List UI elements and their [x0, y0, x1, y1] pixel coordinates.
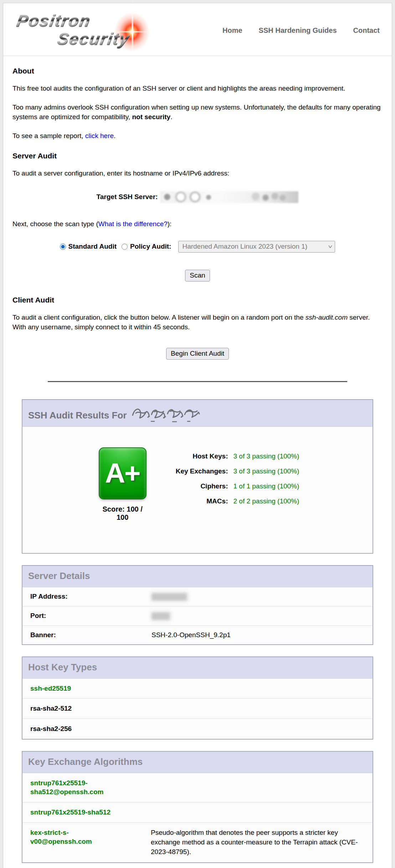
redacted-port [152, 612, 170, 620]
stat-row-macs: MACs:2 of 2 passing (100%) [176, 494, 299, 509]
host-key-row: rsa-sha2-256 [22, 719, 373, 739]
main-nav: Home SSH Hardening Guides Contact [222, 24, 380, 35]
stat-row-ciphers: Ciphers:1 of 1 passing (100%) [176, 479, 299, 494]
key-exchange-table: sntrup761x25519-sha512@openssh.com sntru… [22, 773, 373, 862]
key-exchange-algorithms-header: Key Exchange Algorithms [22, 752, 373, 773]
logo-text-positron: Positron [15, 11, 92, 30]
key-exchange-algorithms-panel: Key Exchange Algorithms sntrup761x25519-… [22, 751, 373, 863]
host-key-row: rsa-sha2-512 [22, 699, 373, 719]
target-ssh-server-row: Target SSH Server: [12, 191, 383, 203]
results-panel-header: SSH Audit Results For [22, 400, 373, 427]
stat-row-host-keys: Host Keys:3 of 3 passing (100%) [176, 449, 299, 464]
results-panel-body: A+ Score: 100 / 100 Host Keys:3 of 3 pas… [22, 427, 373, 553]
score-text: Score: 100 / 100 [96, 505, 149, 522]
host-key-row: ssh-ed25519 [22, 679, 373, 699]
logo-text-security: Security [56, 29, 131, 49]
about-paragraph-3: To see a sample report, click here. [12, 131, 383, 141]
what-is-the-difference-link[interactable]: What is the difference? [98, 220, 168, 228]
not-security-emphasis: not security [132, 113, 170, 121]
host-key-types-header: Host Key Types [22, 657, 373, 679]
positron-security-logo[interactable]: Positron Security [12, 6, 179, 53]
nav-ssh-hardening-guides[interactable]: SSH Hardening Guides [259, 26, 337, 35]
client-audit-paragraph: To audit a client configuration, click t… [12, 313, 383, 332]
client-audit-button-row: Begin Client Audit [12, 348, 383, 360]
about-paragraph-1: This free tool audits the configuration … [12, 84, 383, 93]
scan-type-row: Next, choose the scan type (What is the … [12, 220, 383, 228]
about-paragraph-2: Too many admins overlook SSH configurati… [12, 103, 383, 122]
standard-audit-label[interactable]: Standard Audit [68, 243, 117, 250]
nav-home[interactable]: Home [222, 26, 242, 35]
sample-report-link[interactable]: click here [85, 132, 114, 139]
about-heading: About [12, 67, 383, 75]
chevron-down-icon: ˅ [328, 244, 332, 250]
target-ssh-server-label: Target SSH Server: [97, 193, 158, 201]
standard-audit-radio[interactable] [60, 244, 66, 250]
grade-badge: A+ [99, 447, 147, 499]
server-audit-intro: To audit a server configuration, enter i… [12, 169, 383, 178]
scan-button[interactable]: Scan [185, 270, 210, 281]
grade-letter: A+ [105, 457, 140, 489]
server-details-table: IP Address: Port: Banner: SSH-2.0-OpenSS… [22, 587, 373, 644]
client-audit-heading: Client Audit [12, 296, 383, 304]
detail-row-port: Port: [22, 606, 373, 625]
policy-select-dropdown[interactable]: Hardened Amazon Linux 2023 (version 1) ˅ [178, 241, 335, 253]
detail-row-ip: IP Address: [22, 587, 373, 606]
host-key-types-table: ssh-ed25519 rsa-sha2-512 rsa-sha2-256 [22, 679, 373, 739]
policy-selected-option: Hardened Amazon Linux 2023 (version 1) [182, 243, 307, 250]
kex-row: sntrup761x25519-sha512 [22, 802, 373, 822]
page-content: About This free tool audits the configur… [3, 67, 392, 382]
server-audit-heading: Server Audit [12, 152, 383, 160]
results-title: SSH Audit Results For [28, 410, 127, 421]
ssh-audit-results-panel: SSH Audit Results For A+ Score: [22, 399, 373, 554]
redacted-ip-address [152, 593, 187, 601]
server-details-header: Server Details [22, 566, 373, 587]
grade-column: A+ Score: 100 / 100 [96, 447, 149, 522]
results-stats-table: Host Keys:3 of 3 passing (100%) Key Exch… [176, 449, 299, 509]
ssh-audit-com-italic: ssh-audit.com [306, 314, 348, 321]
banner-value: SSH-2.0-OpenSSH_9.2p1 [152, 625, 373, 644]
host-key-types-panel: Host Key Types ssh-ed25519 rsa-sha2-512 … [22, 656, 373, 740]
nav-contact[interactable]: Contact [353, 26, 380, 35]
redacted-hostname-scribble [131, 406, 201, 422]
server-details-panel: Server Details IP Address: Port: Banner:… [22, 565, 373, 645]
scan-button-row: Scan [12, 270, 383, 281]
section-divider [48, 381, 348, 382]
target-ssh-server-input[interactable] [160, 191, 298, 203]
stat-row-key-exchanges: Key Exchanges:3 of 3 passing (100%) [176, 464, 299, 479]
kex-row: sntrup761x25519-sha512@openssh.com [22, 773, 373, 802]
detail-row-banner: Banner: SSH-2.0-OpenSSH_9.2p1 [22, 625, 373, 644]
policy-audit-label[interactable]: Policy Audit: [130, 243, 171, 250]
main-content-box: Positron Security Home SSH Hardening Gui… [3, 3, 392, 868]
kex-row: kex-strict-s-v00@openssh.comPseudo-algor… [22, 822, 373, 862]
policy-audit-radio[interactable] [122, 244, 128, 250]
scan-type-options: Standard Audit Policy Audit: Hardened Am… [12, 241, 383, 253]
site-header: Positron Security Home SSH Hardening Gui… [3, 3, 392, 56]
begin-client-audit-button[interactable]: Begin Client Audit [166, 348, 229, 360]
